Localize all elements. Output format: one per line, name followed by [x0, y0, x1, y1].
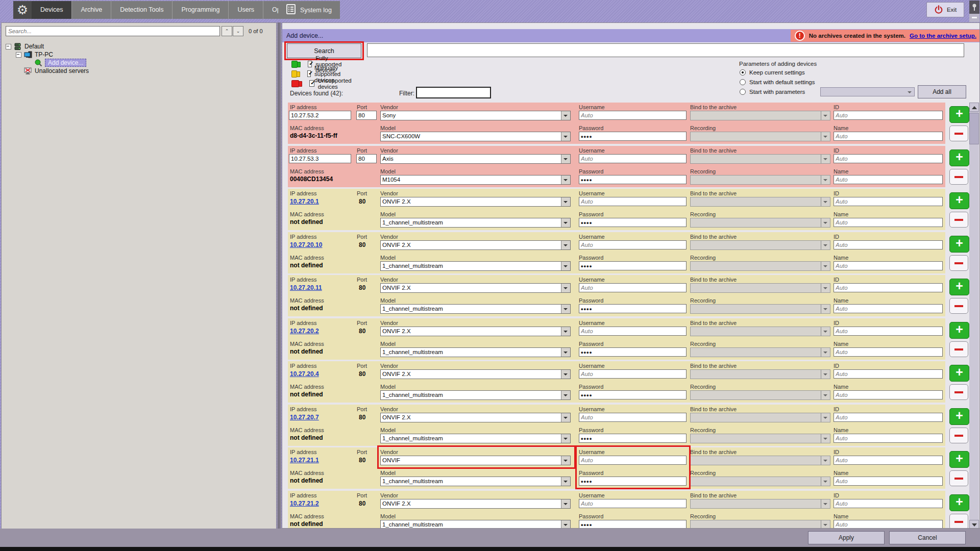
id-input[interactable] [834, 456, 943, 465]
ip-address-link[interactable]: 10.27.20.10 [290, 241, 322, 248]
remove-device-button[interactable] [949, 428, 968, 443]
ip-address-link[interactable]: 10.27.20.4 [290, 370, 319, 378]
password-input[interactable] [579, 218, 687, 227]
vendor-select[interactable]: ONVIF 2.X [380, 327, 571, 336]
scrollbar-thumb[interactable] [969, 113, 979, 144]
username-input[interactable] [579, 111, 687, 120]
vendor-select[interactable]: Sony [380, 111, 571, 120]
name-input[interactable] [834, 390, 943, 399]
model-select[interactable]: SNC-CX600W [380, 132, 571, 141]
model-select[interactable]: 1_channel_multistream [380, 304, 571, 314]
radio-start-with-default-settings[interactable]: Start with default settings [740, 79, 815, 85]
vendor-select[interactable]: ONVIF 2.X [380, 369, 571, 379]
remove-device-button[interactable] [949, 384, 968, 400]
model-select[interactable]: 1_channel_multistream [380, 390, 571, 400]
radio-icon[interactable] [740, 79, 746, 85]
username-input[interactable] [579, 283, 687, 292]
add-device-button[interactable]: + [949, 279, 969, 295]
collapse-toggle-icon[interactable] [16, 52, 21, 58]
username-input[interactable] [579, 197, 687, 206]
password-input[interactable] [579, 477, 687, 486]
username-input[interactable] [579, 327, 687, 336]
model-select[interactable]: 1_channel_multistream [380, 434, 571, 443]
vendor-select[interactable]: Axis [380, 154, 571, 164]
radio-icon[interactable] [740, 69, 746, 76]
ip-address-link[interactable]: 10.27.20.2 [290, 328, 319, 335]
ip-address-link[interactable]: 10.27.21.2 [290, 500, 319, 507]
model-select[interactable]: 1_channel_multistream [380, 520, 571, 529]
id-input[interactable] [834, 154, 943, 163]
vendor-select[interactable]: ONVIF 2.X [380, 413, 571, 422]
filter-checkbox-unsupported-devices[interactable] [309, 80, 314, 87]
search-next-button[interactable]: ⌄ [233, 26, 243, 36]
password-input[interactable] [579, 175, 687, 184]
ip-address-input[interactable] [289, 154, 351, 163]
vendor-select[interactable]: ONVIF [380, 456, 571, 465]
id-input[interactable] [834, 283, 943, 292]
username-input[interactable] [579, 240, 687, 249]
id-input[interactable] [834, 327, 943, 336]
model-select[interactable]: 1_channel_multistream [380, 347, 571, 357]
name-input[interactable] [834, 434, 943, 443]
id-input[interactable] [834, 499, 943, 508]
panel-collapse-handle[interactable] [969, 14, 979, 22]
name-input[interactable] [834, 218, 943, 227]
password-input[interactable] [579, 261, 687, 270]
menu-programming[interactable]: Programming [173, 1, 229, 19]
scroll-up-icon[interactable] [969, 103, 979, 112]
password-input[interactable] [579, 347, 687, 357]
model-select[interactable]: 1_channel_multistream [380, 261, 571, 271]
remove-device-button[interactable] [949, 255, 968, 271]
filter-checkbox-fully-supported-devices[interactable] [308, 61, 312, 67]
menu-users[interactable]: Users [229, 1, 263, 19]
tree-item-add-device[interactable]: Add device... [34, 59, 86, 67]
name-input[interactable] [834, 347, 943, 357]
port-input[interactable] [356, 111, 377, 120]
menu-devices[interactable]: Devices [32, 1, 72, 19]
scroll-down-icon[interactable] [969, 520, 979, 529]
menu-archive[interactable]: Archive [72, 1, 111, 19]
ip-address-link[interactable]: 10.27.20.7 [290, 414, 319, 421]
password-input[interactable] [579, 434, 687, 443]
system-log-button[interactable]: System log [278, 1, 340, 19]
radio-icon[interactable] [740, 89, 746, 95]
model-select[interactable]: 1_channel_multistream [380, 477, 571, 486]
vendor-select[interactable]: ONVIF 2.X [380, 499, 571, 509]
add-all-button[interactable]: Add all [918, 85, 966, 98]
name-input[interactable] [834, 520, 943, 529]
exit-button[interactable]: Exit [926, 2, 964, 17]
filter-checkbox-manually-supported-devices[interactable] [307, 70, 311, 77]
ip-address-link[interactable]: 10.27.20.11 [290, 284, 322, 291]
username-input[interactable] [579, 369, 687, 379]
add-device-button[interactable]: + [949, 106, 969, 123]
add-device-button[interactable]: + [949, 451, 969, 468]
cancel-button[interactable]: Cancel [889, 531, 966, 544]
username-input[interactable] [579, 456, 687, 465]
model-select[interactable]: M1054 [380, 175, 571, 185]
username-input[interactable] [579, 154, 687, 163]
vendor-select[interactable]: ONVIF 2.X [380, 283, 571, 293]
tree-item-tp-pc[interactable]: TP-PC [16, 51, 53, 59]
remove-device-button[interactable] [949, 298, 968, 314]
search-prev-button[interactable]: ⌃ [222, 26, 232, 36]
settings-gear-icon[interactable]: ⚙ [13, 1, 32, 19]
password-input[interactable] [579, 132, 687, 141]
add-device-button[interactable]: + [949, 408, 969, 425]
remove-device-button[interactable] [949, 212, 968, 228]
add-device-button[interactable]: + [949, 322, 969, 339]
tree-item-default[interactable]: Default [6, 42, 44, 51]
archive-setup-link[interactable]: Go to the archive setup. [910, 33, 976, 39]
password-input[interactable] [579, 304, 687, 313]
remove-device-button[interactable] [949, 470, 968, 486]
remove-device-button[interactable] [949, 126, 968, 141]
ip-address-link[interactable]: 10.27.20.1 [290, 198, 319, 205]
device-list-scrollbar[interactable] [969, 103, 979, 529]
name-input[interactable] [834, 304, 943, 313]
panel-splitter[interactable] [277, 22, 281, 546]
collapse-toggle-icon[interactable] [6, 44, 11, 49]
radio-keep-current-settings[interactable]: Keep current settings [740, 69, 805, 76]
ip-address-link[interactable]: 10.27.21.1 [290, 457, 319, 464]
remove-device-button[interactable] [949, 341, 968, 357]
remove-device-button[interactable] [949, 514, 968, 529]
name-input[interactable] [834, 261, 943, 270]
